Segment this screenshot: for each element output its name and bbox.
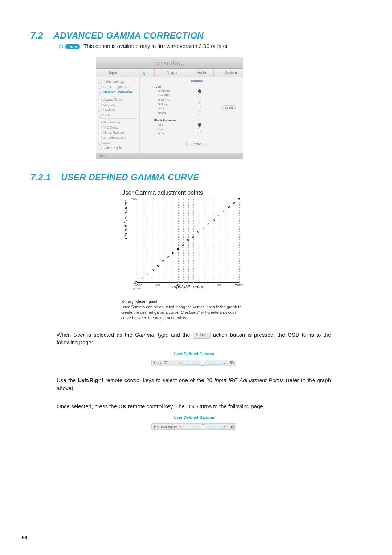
x-tick: 40 [176, 283, 180, 287]
sidebar-item-dcdi[interactable]: DCDi [96, 140, 139, 145]
slider-track[interactable] [183, 425, 222, 428]
note-text: This option is available only in firmwar… [83, 43, 228, 49]
osd-hint: HINT: [96, 153, 243, 159]
legend-body: User Gamma can be adjusted along the ver… [121, 304, 245, 321]
radio-icon [98, 141, 102, 145]
tab-input[interactable]: Input [96, 69, 125, 77]
radio-icon [98, 131, 102, 134]
radio-icon [98, 126, 102, 129]
gridline [219, 199, 219, 283]
slider-track[interactable] [183, 361, 222, 365]
tab-audio[interactable]: Audio [184, 69, 214, 77]
sidebar-item-color-temperature[interactable]: Color Temperature [96, 84, 139, 89]
tab-image[interactable]: Image [125, 69, 155, 77]
gridline [214, 199, 214, 283]
adjustment-point [187, 239, 189, 242]
section-number: 7.2 [30, 31, 43, 41]
section-heading: 7.2 ADVANCED GAMMA CORRECTION [30, 31, 357, 41]
sidebar-item-position[interactable]: Position [96, 107, 139, 112]
sidebar-item-video-profile[interactable]: Video Profile [96, 145, 139, 150]
radio-icon [98, 90, 102, 94]
adjust-inline-button[interactable]: Adjust [193, 332, 211, 339]
sidebar-item-overscan[interactable]: Overscan [96, 102, 139, 107]
tab-output[interactable]: Output [155, 69, 184, 77]
black-group-label: Black Enhancer [154, 119, 239, 122]
gridline [148, 199, 148, 283]
gamma-type-high-ire[interactable]: High IRE [158, 98, 239, 102]
gridline [178, 199, 179, 283]
sidebar-item-video-settings[interactable]: Video settings [96, 79, 139, 84]
note-badge: note [65, 44, 79, 49]
adjustment-point [197, 231, 200, 234]
adjustment-point [233, 202, 235, 204]
sidebar-item-crop[interactable]: Crop [96, 112, 139, 117]
gamma-value-slider[interactable]: Gamma Value ◂ ▸ 50 [151, 423, 236, 430]
sidebar-item-smooth-scaling[interactable]: Smooth Scaling [96, 135, 139, 140]
adjustment-point [157, 265, 159, 267]
section-title: ADVANCED GAMMA CORRECTION [53, 31, 204, 41]
gridline [199, 199, 199, 283]
gamma-type-low-ire[interactable]: Low IRE [158, 93, 239, 98]
image-icon [132, 71, 136, 74]
x-tick: 60 [197, 283, 200, 287]
radio-icon [198, 102, 201, 106]
sidebar-item-gamma-correction[interactable]: Gamma Correction [96, 89, 139, 94]
gridline [143, 199, 143, 283]
slider-thumb[interactable] [202, 424, 204, 429]
sidebar-item-aspect-ratio[interactable]: Aspect Ratio [96, 97, 139, 102]
system-icon [220, 71, 223, 74]
gridline [229, 199, 229, 283]
gridline [173, 199, 173, 283]
chart-ylabel: Output Luminance [123, 200, 128, 239]
subsection-number: 7.2.1 [30, 172, 51, 182]
chart-title: User Gamma adjustment points [121, 190, 245, 196]
slider-label: User IRE [154, 361, 180, 365]
gridline [183, 199, 184, 283]
radio-icon [98, 80, 102, 84]
output-icon [161, 71, 165, 74]
radio-icon [198, 89, 201, 93]
gridline [204, 199, 204, 283]
adjustment-point [152, 269, 154, 271]
radio-icon [198, 123, 201, 127]
arrow-left-icon[interactable]: ◂ [180, 361, 181, 365]
x-tick-sub: (7.5IRE) [133, 287, 142, 290]
radio-icon [98, 136, 102, 139]
adjust-button[interactable]: Adjust [222, 105, 236, 110]
paragraph-2: Use the Left/Right remote control keys t… [57, 376, 331, 392]
legend-mark: ✕ = adjustment point [121, 300, 158, 304]
gamma-type-standard[interactable]: Standard [158, 89, 239, 93]
adjustment-point [238, 198, 240, 200]
slider-thumb[interactable] [202, 361, 204, 366]
user-ire-slider[interactable]: User IRE ◂ ▸ 50 [151, 360, 236, 366]
gamma-chart: User Gamma adjustment points Output Lumi… [121, 190, 245, 321]
black-enhancer-low[interactable]: Low [158, 127, 239, 131]
radio-icon [98, 121, 102, 124]
adjustment-point [223, 211, 225, 213]
slider-value: 50 [225, 361, 234, 365]
tab-system[interactable]: System [214, 69, 243, 77]
udg-heading-2: User Defined Gamma [30, 415, 357, 420]
type-group-label: Type [154, 85, 239, 88]
black-enhancer-off[interactable]: OFF [158, 123, 239, 127]
radio-icon [198, 94, 201, 97]
sidebar-item-y-c-delay[interactable]: Y/C Delay [96, 125, 139, 130]
black-enhancer-high[interactable]: High [158, 131, 239, 136]
pencil-icon [58, 43, 64, 49]
arrow-left-icon[interactable]: ◂ [180, 425, 181, 428]
x-tick: 20 [156, 283, 160, 287]
gamma-type-r-g-b[interactable]: R/G/B [158, 111, 239, 115]
sidebar-item-noise-reducer[interactable]: Noise Reducer [96, 130, 139, 135]
radio-icon [198, 111, 201, 115]
adjustment-point [192, 236, 195, 238]
slider-value: 50 [225, 425, 234, 429]
osd-main-pane: Gamma Type StandardLow IREHigh IRES-Shap… [140, 77, 243, 153]
x-tick: Black [134, 283, 142, 287]
chart-xlabel: Input IRE value [138, 284, 239, 289]
adjustment-point [177, 248, 179, 250]
profile-button[interactable]: Profile [186, 142, 207, 146]
adjustment-point [203, 227, 205, 230]
radio-icon [198, 107, 201, 110]
sidebar-item-deinterlace[interactable]: Deinterlace [96, 120, 139, 125]
subsection-title: USER DEFINED GAMMA CURVE [61, 172, 199, 182]
